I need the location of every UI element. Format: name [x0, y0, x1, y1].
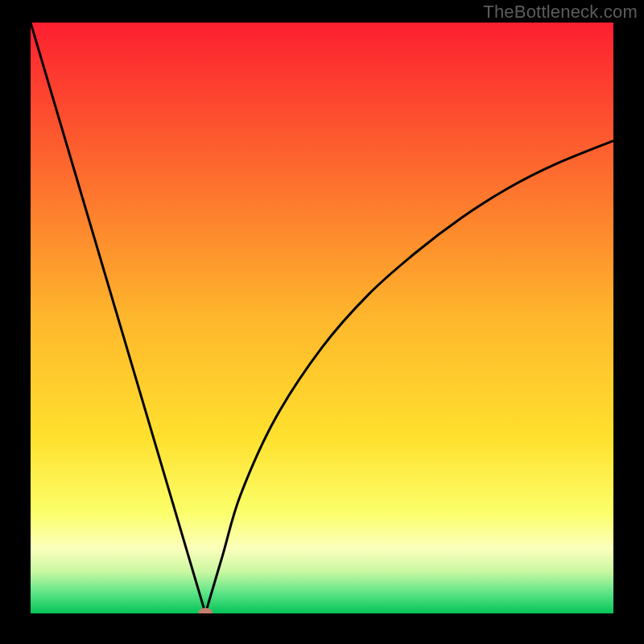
- watermark-text: TheBottleneck.com: [483, 2, 638, 23]
- chart-frame: TheBottleneck.com: [0, 0, 644, 644]
- plot-area: [31, 23, 613, 613]
- bottleneck-chart: [31, 23, 613, 613]
